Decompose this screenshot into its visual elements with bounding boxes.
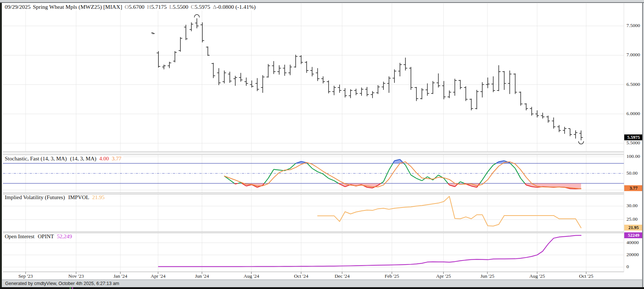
implied-vol-axis-label: 25.00 — [626, 216, 643, 222]
open-interest-axis-label: 20000 — [626, 252, 643, 258]
open-label: O — [125, 4, 129, 10]
low-value: 5.5500 — [173, 4, 188, 10]
x-axis-label: Aug '24 — [244, 273, 259, 279]
open-interest-code: OPINT — [38, 233, 54, 239]
quote-date: 09/29/2025 — [5, 4, 31, 10]
x-axis-label: Nov '23 — [68, 273, 84, 279]
x-axis-label: Feb '25 — [385, 273, 399, 279]
open-interest-panel-label: Open InterestOPINT52,249 — [5, 233, 74, 240]
quote-header: 09/29/2025Spring Wheat Mpls (MWZ25) [MIA… — [5, 3, 257, 11]
taskbar-sliver — [70, 288, 71, 289]
stochastic-label: Stochastic, Fast (14, 3, MA) — [5, 156, 67, 161]
x-axis-label: Aug '25 — [529, 273, 545, 279]
last-price-badge: 5.5975 — [624, 134, 643, 140]
x-axis-label: Apr '24 — [151, 273, 165, 279]
x-axis-label: Dec '24 — [334, 273, 349, 279]
price-axis-label: 6.5000 — [626, 81, 643, 87]
low-label: L — [169, 4, 173, 10]
open-interest-value: 52,249 — [57, 233, 72, 239]
x-axis-label: Jun '24 — [195, 273, 209, 279]
open-interest-badge: 52249 — [624, 232, 643, 238]
implied-volatility-value: 21.95 — [92, 194, 105, 200]
implied-volatility-code: IMPVOL — [68, 194, 89, 200]
chart-canvas[interactable] — [0, 0, 644, 289]
change-label: Δ — [213, 4, 217, 10]
close-label: C — [191, 4, 195, 10]
price-axis-label: 6.0000 — [626, 111, 643, 117]
high-value: 5.7175 — [151, 4, 167, 10]
window-left-edge — [0, 3, 2, 289]
x-axis-label: Apr '25 — [436, 273, 451, 279]
window-top-edge — [0, 0, 644, 3]
stochastic-axis-label: 100.00 — [626, 153, 643, 159]
close-value: 5.5975 — [195, 4, 210, 10]
status-text: Generated by cmdtyView, October 4th 2025… — [5, 281, 119, 286]
change-value: -0.0800 (-1.41%) — [217, 4, 256, 10]
stochastic-params: (14, 3, MA) — [70, 156, 97, 161]
open-interest-axis-label: 0 — [626, 264, 643, 270]
stochastic-axis-label: 50.00 — [626, 170, 643, 176]
implied-volatility-label: Implied Volatility (Futures) — [5, 194, 65, 200]
x-axis-label: Oct '24 — [294, 273, 308, 279]
taskbar-sliver — [72, 288, 73, 289]
implied-volatility-badge: 21.95 — [624, 225, 643, 231]
open-interest-axis-label: 40000 — [626, 240, 643, 246]
implied-vol-axis-label: 30.00 — [626, 203, 643, 209]
implied-volatility-panel-label: Implied Volatility (Futures)IMPVOL21.95 — [5, 194, 106, 201]
price-axis-label: 7.0000 — [626, 52, 643, 58]
high-label: H — [147, 4, 151, 10]
x-axis-label: Sep '23 — [18, 273, 33, 279]
price-axis-label: 7.5000 — [626, 23, 643, 28]
open-interest-label: Open Interest — [5, 233, 34, 239]
x-axis-label: Jun '25 — [480, 273, 494, 279]
stochastic-d-value: 3.77 — [112, 156, 121, 161]
cmdtyview-chart-window: 09/29/2025Spring Wheat Mpls (MWZ25) [MIA… — [0, 0, 644, 289]
open-value: 5.6700 — [129, 4, 145, 10]
price-axis-label: 5.5000 — [626, 140, 643, 146]
stochastic-badge: 3.77 — [624, 185, 643, 191]
x-axis-label: Jan '24 — [113, 273, 127, 279]
stochastic-k-value: 4.00 — [99, 156, 109, 161]
status-bar: Generated by cmdtyView, October 4th 2025… — [2, 280, 642, 287]
x-axis-label: Oct '25 — [579, 273, 594, 279]
window-bottom-edge — [0, 287, 644, 289]
symbol-name: Spring Wheat Mpls (MWZ25) [MIAX] — [33, 4, 122, 10]
stochastic-panel-label: Stochastic, Fast (14, 3, MA)(14, 3, MA)4… — [5, 156, 123, 162]
